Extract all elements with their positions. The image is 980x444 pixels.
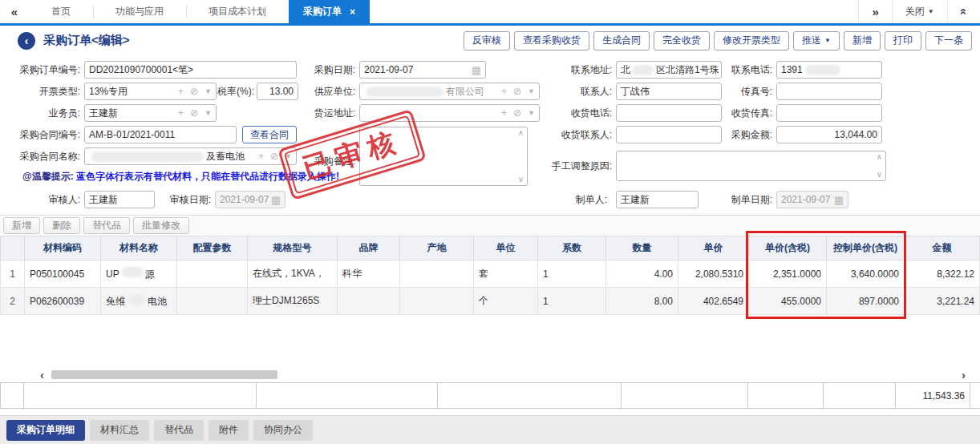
tab-functions[interactable]: 功能与应用 (93, 0, 186, 23)
dropdown-icon[interactable]: ▼ (285, 152, 292, 160)
clear-icon[interactable]: ⊘ (513, 86, 521, 97)
table-row[interactable]: 1 P050100045 UP源 在线式，1KVA， 科华 套 1 4.00 2… (1, 260, 980, 288)
scroll-left-icon[interactable]: ‹ (40, 369, 44, 381)
cell-spec[interactable]: 理士DJM1265S (248, 288, 338, 315)
grid-substitute-button[interactable]: 替代品 (83, 217, 130, 234)
next-record-button[interactable]: 下一条 (925, 31, 972, 50)
dropdown-icon[interactable]: ▼ (205, 109, 212, 117)
expand-right-icon[interactable]: » (858, 0, 891, 23)
purchase-amount-field[interactable]: 13,044.00 (776, 126, 882, 143)
contact-phone-field[interactable]: 1391 (776, 61, 882, 79)
cell-origin[interactable] (400, 288, 474, 315)
cell-unit[interactable]: 个 (474, 288, 538, 315)
make-date-field[interactable]: 2021-09-07▦ (776, 191, 848, 208)
cell-brand[interactable]: 科华 (338, 260, 400, 288)
cell-unit-price-tax[interactable]: 2,351.0000 (749, 260, 827, 288)
cell-unit-price-tax[interactable]: 455.0000 (749, 288, 827, 315)
add-button[interactable]: 新增 (844, 31, 881, 50)
footer-tab-substitute[interactable]: 替代品 (154, 420, 204, 441)
cell-brand[interactable] (338, 288, 400, 315)
fax-field[interactable] (776, 83, 882, 100)
clear-icon[interactable]: ⊘ (190, 107, 198, 119)
add-icon[interactable]: + (178, 86, 184, 97)
shipping-address-combo[interactable]: +⊘▼ (359, 104, 540, 122)
contract-name-combo[interactable]: 及蓄电池+⊘▼ (84, 147, 297, 165)
col-header: 品牌 (338, 236, 400, 260)
cell-config[interactable] (177, 260, 248, 288)
spin-down-icon[interactable]: ∨ (518, 176, 524, 184)
grid-add-button[interactable]: 新增 (3, 217, 40, 234)
tab-home[interactable]: 首页 (29, 0, 93, 23)
spin-up-icon[interactable]: ∧ (518, 129, 524, 137)
unaudit-button[interactable]: 反审核 (464, 31, 510, 50)
close-icon[interactable]: × (350, 6, 355, 18)
modify-invoice-type-button[interactable]: 修改开票类型 (714, 31, 789, 50)
table-row[interactable]: 2 P062600039 免维电池 理士DJM1265S 个 1 8.00 40… (1, 288, 980, 315)
row-number-cell[interactable]: 2 (1, 288, 25, 315)
view-purchase-receipt-button[interactable]: 查看采购收货 (514, 31, 589, 50)
close-menu-button[interactable]: 关闭 ▼ (892, 0, 947, 23)
add-icon[interactable]: + (501, 107, 507, 119)
grid-delete-button[interactable]: 删除 (43, 217, 80, 234)
manual-adjust-textarea[interactable]: ∧∨ (616, 151, 886, 181)
back-button[interactable]: ‹ (18, 32, 35, 50)
view-contract-button[interactable]: 查看合同 (242, 126, 297, 143)
cell-material-code[interactable]: P062600039 (25, 288, 101, 315)
spin-down-icon[interactable]: ∨ (877, 171, 882, 179)
calendar-icon[interactable]: ▦ (472, 64, 481, 76)
footer-tab-attachment[interactable]: 附件 (209, 420, 249, 441)
clear-icon[interactable]: ⊘ (513, 107, 521, 119)
audit-date-field[interactable]: 2021-09-07▦ (215, 191, 285, 208)
order-date-field[interactable]: 2021-09-07▦ (359, 61, 486, 79)
footer-tab-collaboration[interactable]: 协同办公 (253, 420, 313, 441)
cell-unit-price[interactable]: 2,080.5310 (678, 260, 749, 288)
cell-amount[interactable]: 3,221.24 (905, 288, 980, 315)
footer-tab-material-summary[interactable]: 材料汇总 (90, 420, 149, 441)
cell-config[interactable] (177, 288, 248, 315)
print-button[interactable]: 打印 (885, 31, 921, 50)
cell-material-name[interactable]: UP源 (101, 260, 177, 288)
auditor-field[interactable]: 王建新 (84, 191, 155, 208)
order-no-field[interactable]: DD2021090700001<笔> (84, 61, 297, 79)
cell-quantity[interactable]: 4.00 (606, 260, 678, 288)
cell-control-price-tax[interactable]: 897.0000 (827, 288, 905, 315)
grid-batch-modify-button[interactable]: 批量修改 (133, 217, 189, 234)
dropdown-icon[interactable]: ▼ (528, 87, 535, 95)
tab-label: 功能与应用 (115, 5, 164, 18)
remark-textarea[interactable]: ∧∨ (359, 127, 528, 186)
spin-up-icon[interactable]: ∧ (877, 153, 882, 161)
tab-project-cost-plan[interactable]: 项目成本计划 (186, 0, 289, 23)
maker-field[interactable]: 王建新 (616, 191, 699, 208)
cell-material-code[interactable]: P050100045 (25, 260, 101, 288)
clear-icon[interactable]: ⊘ (270, 151, 278, 162)
cell-control-price-tax[interactable]: 3,640.0000 (827, 260, 905, 288)
footer-tab-order-detail[interactable]: 采购订单明细 (6, 420, 85, 441)
cell-quantity[interactable]: 8.00 (606, 288, 678, 315)
cell-coefficient[interactable]: 1 (538, 260, 606, 288)
scrollbar-thumb[interactable] (51, 370, 277, 379)
row-number-cell[interactable]: 1 (1, 260, 25, 288)
push-button[interactable]: 推送▼ (793, 31, 840, 50)
full-receipt-button[interactable]: 完全收货 (654, 31, 710, 50)
generate-contract-button[interactable]: 生成合同 (593, 31, 650, 50)
cell-origin[interactable] (400, 260, 474, 288)
cell-coefficient[interactable]: 1 (538, 288, 606, 315)
close-menu-label: 关闭 (905, 5, 925, 18)
dropdown-icon[interactable]: ▼ (528, 109, 535, 117)
scroll-right-icon[interactable]: › (962, 369, 966, 381)
add-icon[interactable]: + (258, 151, 264, 162)
cell-spec[interactable]: 在线式，1KVA， (248, 260, 338, 288)
collapse-left-icon[interactable]: « (0, 0, 29, 23)
salesman-combo[interactable]: 王建新+⊘▼ (84, 104, 217, 122)
cell-amount[interactable]: 8,322.12 (905, 260, 980, 288)
add-icon[interactable]: + (178, 107, 184, 119)
contract-no-field[interactable]: AM-B-01/2021-0011 (84, 126, 237, 143)
supplier-combo[interactable]: 有限公司+⊘▼ (359, 83, 540, 100)
cell-unit[interactable]: 套 (474, 260, 538, 288)
cell-material-name[interactable]: 免维电池 (101, 288, 177, 315)
tab-purchase-order[interactable]: 采购订单 × (289, 0, 370, 23)
cell-unit-price[interactable]: 402.6549 (678, 288, 749, 315)
add-icon[interactable]: + (501, 86, 507, 97)
collapse-up-icon[interactable]: « (947, 0, 980, 23)
receive-fax-field[interactable] (776, 104, 882, 122)
